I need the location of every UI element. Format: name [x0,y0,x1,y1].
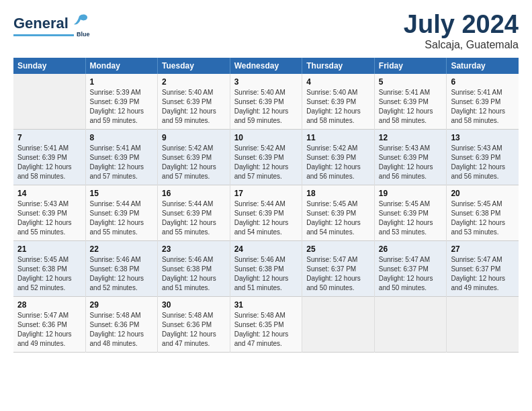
calendar-cell: 2Sunrise: 5:40 AM Sunset: 6:39 PM Daylig… [158,74,230,130]
day-number: 3 [234,77,298,87]
header: General Blue July 2024 Salcaja, Guatemal… [13,11,519,51]
calendar-cell [447,296,519,352]
calendar-cell: 17Sunrise: 5:44 AM Sunset: 6:39 PM Dayli… [230,185,302,240]
day-number: 6 [451,77,515,87]
calendar-cell: 10Sunrise: 5:42 AM Sunset: 6:39 PM Dayli… [230,129,302,185]
calendar-cell: 22Sunrise: 5:46 AM Sunset: 6:38 PM Dayli… [85,240,158,296]
calendar-cell: 6Sunrise: 5:41 AM Sunset: 6:39 PM Daylig… [447,74,519,130]
day-info: Sunrise: 5:46 AM Sunset: 6:38 PM Dayligh… [90,255,154,293]
calendar-cell: 5Sunrise: 5:41 AM Sunset: 6:39 PM Daylig… [374,74,447,130]
logo: General Blue [13,11,90,38]
day-number: 11 [306,133,370,142]
calendar-cell: 11Sunrise: 5:42 AM Sunset: 6:39 PM Dayli… [302,129,375,185]
calendar-cell: 25Sunrise: 5:47 AM Sunset: 6:37 PM Dayli… [302,240,375,296]
day-info: Sunrise: 5:43 AM Sunset: 6:39 PM Dayligh… [451,144,515,181]
day-number: 12 [379,133,443,142]
day-number: 31 [234,300,298,310]
day-number: 27 [451,244,515,254]
month-title: July 2024 [404,11,519,39]
calendar-table: SundayMondayTuesdayWednesdayThursdayFrid… [13,58,519,353]
day-info: Sunrise: 5:48 AM Sunset: 6:36 PM Dayligh… [90,311,154,349]
calendar-header-wednesday: Wednesday [230,58,302,74]
calendar-cell: 13Sunrise: 5:43 AM Sunset: 6:39 PM Dayli… [447,129,519,185]
day-info: Sunrise: 5:47 AM Sunset: 6:37 PM Dayligh… [379,255,443,293]
day-info: Sunrise: 5:44 AM Sunset: 6:39 PM Dayligh… [162,199,226,237]
day-info: Sunrise: 5:40 AM Sunset: 6:39 PM Dayligh… [162,88,226,126]
calendar-cell: 7Sunrise: 5:41 AM Sunset: 6:39 PM Daylig… [13,129,85,185]
calendar-cell: 21Sunrise: 5:45 AM Sunset: 6:38 PM Dayli… [13,240,85,296]
calendar-week-row: 21Sunrise: 5:45 AM Sunset: 6:38 PM Dayli… [13,240,519,296]
day-info: Sunrise: 5:42 AM Sunset: 6:39 PM Dayligh… [162,144,226,181]
day-info: Sunrise: 5:48 AM Sunset: 6:36 PM Dayligh… [162,311,226,349]
day-info: Sunrise: 5:46 AM Sunset: 6:38 PM Dayligh… [234,255,298,293]
day-info: Sunrise: 5:41 AM Sunset: 6:39 PM Dayligh… [90,144,154,181]
calendar-cell: 12Sunrise: 5:43 AM Sunset: 6:39 PM Dayli… [374,129,447,185]
calendar-cell: 28Sunrise: 5:47 AM Sunset: 6:36 PM Dayli… [13,296,85,352]
calendar-cell: 31Sunrise: 5:48 AM Sunset: 6:35 PM Dayli… [230,296,302,352]
calendar-cell: 16Sunrise: 5:44 AM Sunset: 6:39 PM Dayli… [158,185,230,240]
calendar-header-tuesday: Tuesday [158,58,230,74]
calendar-header-sunday: Sunday [13,58,85,74]
calendar-week-row: 7Sunrise: 5:41 AM Sunset: 6:39 PM Daylig… [13,129,519,185]
day-number: 5 [379,77,443,87]
day-number: 2 [162,77,226,87]
logo-subtext: Blue [77,31,90,38]
calendar-cell: 3Sunrise: 5:40 AM Sunset: 6:39 PM Daylig… [230,74,302,130]
day-info: Sunrise: 5:47 AM Sunset: 6:37 PM Dayligh… [451,255,515,293]
logo-text-general: General [13,16,69,31]
day-info: Sunrise: 5:40 AM Sunset: 6:39 PM Dayligh… [234,88,298,126]
day-info: Sunrise: 5:43 AM Sunset: 6:39 PM Dayligh… [17,199,81,237]
day-number: 10 [234,133,298,142]
calendar-cell: 27Sunrise: 5:47 AM Sunset: 6:37 PM Dayli… [447,240,519,296]
calendar-week-row: 14Sunrise: 5:43 AM Sunset: 6:39 PM Dayli… [13,185,519,240]
calendar-header-saturday: Saturday [447,58,519,74]
calendar-cell: 23Sunrise: 5:46 AM Sunset: 6:38 PM Dayli… [158,240,230,296]
logo-divider [13,34,74,36]
calendar-header-friday: Friday [374,58,447,74]
calendar-cell: 30Sunrise: 5:48 AM Sunset: 6:36 PM Dayli… [158,296,230,352]
calendar-cell: 1Sunrise: 5:39 AM Sunset: 6:39 PM Daylig… [85,74,158,130]
calendar-cell [374,296,447,352]
day-info: Sunrise: 5:44 AM Sunset: 6:39 PM Dayligh… [234,199,298,237]
day-number: 19 [379,189,443,198]
day-info: Sunrise: 5:47 AM Sunset: 6:36 PM Dayligh… [17,311,81,349]
day-number: 20 [451,189,515,198]
day-number: 28 [17,300,81,310]
day-info: Sunrise: 5:45 AM Sunset: 6:38 PM Dayligh… [451,199,515,237]
location: Salcaja, Guatemala [404,39,519,51]
day-number: 9 [162,133,226,142]
calendar-header-row: SundayMondayTuesdayWednesdayThursdayFrid… [13,58,519,74]
day-number: 24 [234,244,298,254]
day-info: Sunrise: 5:47 AM Sunset: 6:37 PM Dayligh… [306,255,370,293]
calendar-cell: 18Sunrise: 5:45 AM Sunset: 6:39 PM Dayli… [302,185,375,240]
calendar-cell: 24Sunrise: 5:46 AM Sunset: 6:38 PM Dayli… [230,240,302,296]
calendar-header-thursday: Thursday [302,58,375,74]
calendar-cell [13,74,85,130]
calendar-cell: 29Sunrise: 5:48 AM Sunset: 6:36 PM Dayli… [85,296,158,352]
calendar-cell: 9Sunrise: 5:42 AM Sunset: 6:39 PM Daylig… [158,129,230,185]
day-number: 18 [306,189,370,198]
day-info: Sunrise: 5:44 AM Sunset: 6:39 PM Dayligh… [90,199,154,237]
day-info: Sunrise: 5:45 AM Sunset: 6:39 PM Dayligh… [379,199,443,237]
day-number: 7 [17,133,81,142]
day-info: Sunrise: 5:41 AM Sunset: 6:39 PM Dayligh… [17,144,81,181]
page-container: General Blue July 2024 Salcaja, Guatemal… [0,0,532,359]
day-info: Sunrise: 5:42 AM Sunset: 6:39 PM Dayligh… [306,144,370,181]
day-number: 25 [306,244,370,254]
day-info: Sunrise: 5:43 AM Sunset: 6:39 PM Dayligh… [379,144,443,181]
day-info: Sunrise: 5:40 AM Sunset: 6:39 PM Dayligh… [306,88,370,126]
day-number: 16 [162,189,226,198]
day-number: 8 [90,133,154,142]
day-number: 4 [306,77,370,87]
calendar-cell: 26Sunrise: 5:47 AM Sunset: 6:37 PM Dayli… [374,240,447,296]
day-number: 30 [162,300,226,310]
calendar-week-row: 28Sunrise: 5:47 AM Sunset: 6:36 PM Dayli… [13,296,519,352]
calendar-cell: 4Sunrise: 5:40 AM Sunset: 6:39 PM Daylig… [302,74,375,130]
day-info: Sunrise: 5:41 AM Sunset: 6:39 PM Dayligh… [451,88,515,126]
day-info: Sunrise: 5:45 AM Sunset: 6:38 PM Dayligh… [17,255,81,293]
day-number: 17 [234,189,298,198]
calendar-cell: 15Sunrise: 5:44 AM Sunset: 6:39 PM Dayli… [85,185,158,240]
title-block: July 2024 Salcaja, Guatemala [404,11,519,51]
calendar-week-row: 1Sunrise: 5:39 AM Sunset: 6:39 PM Daylig… [13,74,519,130]
day-number: 13 [451,133,515,142]
